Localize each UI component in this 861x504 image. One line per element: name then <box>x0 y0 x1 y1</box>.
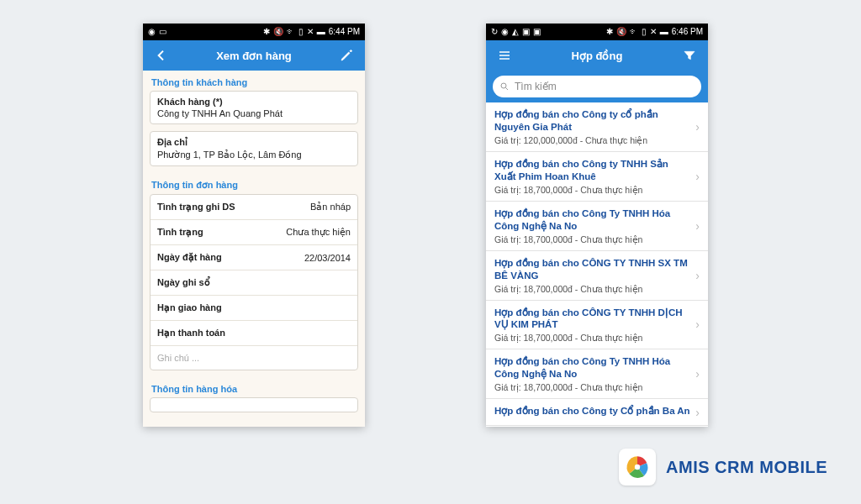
search-input[interactable]: Tìm kiếm <box>493 76 701 97</box>
order-body: Thông tin khách hàng Khách hàng (*) Công… <box>143 71 365 427</box>
list-item[interactable]: Hợp đồng bán cho CÔNG TY TNHH SX TM BÊ V… <box>486 251 708 301</box>
sync-icon: ↻ <box>491 28 498 36</box>
header-title: Xem đơn hàng <box>172 50 336 62</box>
phone-right: ↻ ◉ ◭ ▣ ▣ ✱ 🔇 ᯤ ▯ ✕ ▬ 6:46 PM Hợp đồng T… <box>486 24 708 427</box>
svg-point-1 <box>635 465 640 470</box>
signal-icon: ▯ <box>642 28 647 36</box>
status-icons-right: ✱ 🔇 ᯤ ▯ ✕ ▬ 6:44 PM <box>263 28 360 36</box>
note-field[interactable]: Ghi chú ... <box>151 346 357 370</box>
battery-icon: ▬ <box>660 28 668 36</box>
customer-name-value: Công ty TNHH An Quang Phát <box>157 108 351 118</box>
section-order-label: Thông tin đơn hàng <box>143 173 365 194</box>
battery-icon: ▬ <box>317 28 325 36</box>
customer-addr-value: Phường 1, TP Bảo Lộc, Lâm Đồng <box>157 150 351 160</box>
list-item[interactable]: Hợp đồng bán cho Công ty cổ phần Nguyên … <box>486 102 708 152</box>
chevron-right-icon: › <box>695 219 700 233</box>
section-goods-label: Thông tin hàng hóa <box>143 377 365 397</box>
globe-icon: ◉ <box>148 28 156 36</box>
chevron-right-icon: › <box>695 170 700 183</box>
table-row[interactable]: Tình trạng ghi DSBản nháp <box>151 195 357 220</box>
header-title: Hợp đồng <box>515 50 679 62</box>
app-logo-icon <box>619 449 656 486</box>
order-info-card: Tình trạng ghi DSBản nháp Tình trạngChưa… <box>150 194 358 370</box>
clock: 6:46 PM <box>672 28 703 36</box>
table-row[interactable]: Ngày đặt hàng22/03/2014 <box>151 245 357 270</box>
chevron-right-icon: › <box>695 406 700 419</box>
table-row[interactable]: Tình trạngChưa thực hiện <box>151 220 357 245</box>
signal-icon: ▯ <box>298 28 304 36</box>
menu-button[interactable] <box>494 49 515 62</box>
header: Xem đơn hàng <box>143 40 365 71</box>
chevron-right-icon: › <box>695 120 700 134</box>
mute-icon: 🔇 <box>273 28 283 36</box>
search-placeholder: Tìm kiếm <box>515 81 557 92</box>
nosignal-icon: ✕ <box>307 28 314 36</box>
svg-point-0 <box>501 83 506 88</box>
customer-addr-label: Địa chỉ <box>157 137 351 148</box>
wifi-icon: ᯤ <box>287 28 295 36</box>
brand-name: AMIS CRM MOBILE <box>666 458 827 477</box>
edit-button[interactable] <box>336 49 357 62</box>
customer-addr-card[interactable]: Địa chỉ Phường 1, TP Bảo Lộc, Lâm Đồng <box>150 131 358 166</box>
contract-list[interactable]: Hợp đồng bán cho Công ty cổ phần Nguyên … <box>486 102 708 427</box>
filter-button[interactable] <box>679 49 700 62</box>
clock: 6:44 PM <box>329 28 360 36</box>
table-row[interactable]: Hạn thanh toán <box>151 321 357 346</box>
header: Hợp đồng <box>486 40 708 71</box>
status-icons-left: ◉ ▭ <box>148 28 166 36</box>
phone-left: ◉ ▭ ✱ 🔇 ᯤ ▯ ✕ ▬ 6:44 PM Xem đơn hàng Thô… <box>143 24 365 427</box>
status-icons-left: ↻ ◉ ◭ ▣ ▣ <box>491 28 541 36</box>
search-wrap: Tìm kiếm <box>486 71 708 102</box>
list-item[interactable]: Hợp đồng bán cho CÔNG TY TNHH DỊCH VỤ KI… <box>486 301 708 350</box>
nosignal-icon: ✕ <box>650 28 657 36</box>
list-item[interactable]: Hợp đồng bán cho Công Ty TNHH Hóa Công N… <box>486 202 708 251</box>
status-icons-right: ✱ 🔇 ᯤ ▯ ✕ ▬ 6:46 PM <box>606 28 703 36</box>
chevron-right-icon: › <box>695 367 700 381</box>
customer-name-label: Khách hàng (*) <box>157 97 351 107</box>
globe-icon: ◉ <box>501 28 509 36</box>
customer-name-card[interactable]: Khách hàng (*) Công ty TNHH An Quang Phá… <box>150 91 358 124</box>
search-icon <box>499 81 510 92</box>
tag-icon: ◭ <box>512 28 519 36</box>
badge-icon: ▣ <box>522 28 530 36</box>
mute-icon: 🔇 <box>616 28 626 36</box>
status-bar: ◉ ▭ ✱ 🔇 ᯤ ▯ ✕ ▬ 6:44 PM <box>143 24 365 40</box>
list-item[interactable]: Hợp đồng bán cho Công Ty TNHH Hóa Công N… <box>486 349 708 399</box>
list-item[interactable]: Hợp đồng bán cho Công ty TNHH Sản Xuất P… <box>486 152 708 202</box>
bluetooth-icon: ✱ <box>263 28 270 36</box>
brand: AMIS CRM MOBILE <box>619 449 827 486</box>
chevron-right-icon: › <box>695 318 700 331</box>
table-row[interactable]: Hạn giao hàng <box>151 296 357 321</box>
status-bar: ↻ ◉ ◭ ▣ ▣ ✱ 🔇 ᯤ ▯ ✕ ▬ 6:46 PM <box>486 24 708 40</box>
table-row[interactable]: Ngày ghi sổ <box>151 270 357 296</box>
wifi-icon: ᯤ <box>630 28 638 36</box>
section-customer-label: Thông tin khách hàng <box>143 71 365 91</box>
badge2-icon: ▣ <box>533 28 541 36</box>
goods-card <box>150 397 358 412</box>
back-button[interactable] <box>151 49 172 62</box>
bluetooth-icon: ✱ <box>606 28 613 36</box>
chevron-right-icon: › <box>695 269 700 282</box>
card-icon: ▭ <box>159 28 166 36</box>
list-item[interactable]: Hợp đồng bán cho Công ty Cổ phần Ba An› <box>486 399 708 426</box>
